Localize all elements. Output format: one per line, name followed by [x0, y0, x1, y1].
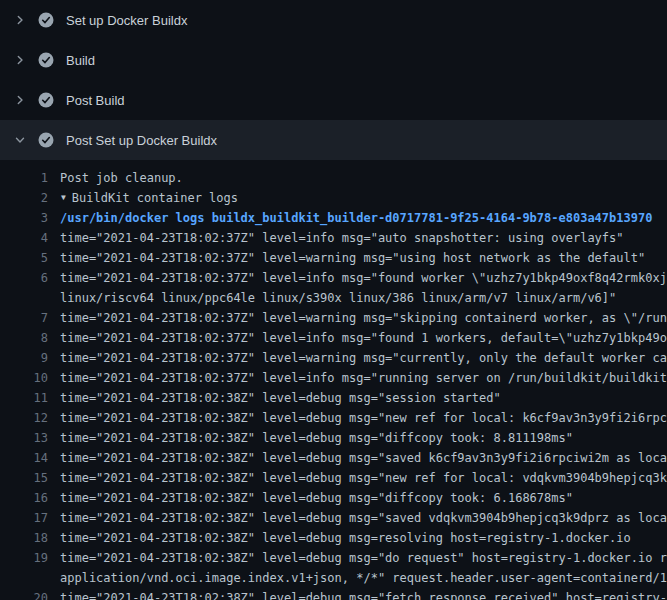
- line-number[interactable]: 7: [0, 308, 48, 328]
- chevron-icon[interactable]: [12, 12, 28, 28]
- log-text: time="2021-04-23T18:02:37Z" level=info m…: [60, 368, 667, 388]
- log-text: BuildKit container logs: [72, 188, 667, 208]
- step-post-set-up-docker-buildx[interactable]: Post Set up Docker Buildx: [0, 120, 667, 160]
- line-number[interactable]: 8: [0, 328, 48, 348]
- log-line: 7 ▼ time="2021-04-23T18:02:37Z" level=wa…: [0, 308, 667, 328]
- log-line: ▼ application/vnd.oci.image.index.v1+jso…: [0, 568, 667, 588]
- steps-list: Set up Docker Buildx Build P: [0, 0, 667, 160]
- line-number[interactable]: 10: [0, 368, 48, 388]
- log-line: 5 ▼ time="2021-04-23T18:02:37Z" level=wa…: [0, 248, 667, 268]
- line-number[interactable]: 11: [0, 388, 48, 408]
- log-text: time="2021-04-23T18:02:38Z" level=debug …: [60, 508, 667, 528]
- log-line: 4 ▼ time="2021-04-23T18:02:37Z" level=in…: [0, 228, 667, 248]
- line-number[interactable]: 5: [0, 248, 48, 268]
- line-number[interactable]: 1: [0, 168, 48, 188]
- log-line: 15 ▼ time="2021-04-23T18:02:38Z" level=d…: [0, 468, 667, 488]
- step-post-build[interactable]: Post Build: [0, 80, 667, 120]
- log-text: time="2021-04-23T18:02:37Z" level=warnin…: [60, 308, 667, 328]
- log-line: 6 ▼ time="2021-04-23T18:02:37Z" level=in…: [0, 268, 667, 288]
- line-number[interactable]: 16: [0, 488, 48, 508]
- log-line: 9 ▼ time="2021-04-23T18:02:37Z" level=wa…: [0, 348, 667, 368]
- log-line: 10 ▼ time="2021-04-23T18:02:37Z" level=i…: [0, 368, 667, 388]
- log-text: time="2021-04-23T18:02:38Z" level=debug …: [60, 448, 667, 468]
- log-text: time="2021-04-23T18:02:37Z" level=info m…: [60, 328, 667, 348]
- actions-log-viewer: Set up Docker Buildx Build P: [0, 0, 667, 600]
- log-text: time="2021-04-23T18:02:38Z" level=debug …: [60, 588, 667, 600]
- log-text: time="2021-04-23T18:02:37Z" level=warnin…: [60, 348, 667, 368]
- line-number[interactable]: 3: [0, 208, 48, 228]
- log-line: 2 ▼ BuildKit container logs: [0, 188, 667, 208]
- step-label: Post Build: [66, 94, 125, 107]
- line-number[interactable]: 19: [0, 548, 48, 568]
- line-number[interactable]: 13: [0, 428, 48, 448]
- line-number[interactable]: 15: [0, 468, 48, 488]
- line-number[interactable]: 20: [0, 588, 48, 600]
- log-line: 18 ▼ time="2021-04-23T18:02:38Z" level=d…: [0, 528, 667, 548]
- log-line: 8 ▼ time="2021-04-23T18:02:37Z" level=in…: [0, 328, 667, 348]
- log-line: 12 ▼ time="2021-04-23T18:02:38Z" level=d…: [0, 408, 667, 428]
- log-line: 19 ▼ time="2021-04-23T18:02:38Z" level=d…: [0, 548, 667, 568]
- log-line: 14 ▼ time="2021-04-23T18:02:38Z" level=d…: [0, 448, 667, 468]
- check-circle-icon: [38, 12, 54, 28]
- line-number[interactable]: 9: [0, 348, 48, 368]
- log-line: 11 ▼ time="2021-04-23T18:02:38Z" level=d…: [0, 388, 667, 408]
- log-text: time="2021-04-23T18:02:38Z" level=debug …: [60, 548, 667, 568]
- log-line: ▼ linux/riscv64 linux/ppc64le linux/s390…: [0, 288, 667, 308]
- log-text: time="2021-04-23T18:02:38Z" level=debug …: [60, 408, 667, 428]
- step-label: Set up Docker Buildx: [66, 14, 187, 27]
- line-number[interactable]: 2: [0, 188, 48, 208]
- step-label: Build: [66, 54, 95, 67]
- log-text: linux/riscv64 linux/ppc64le linux/s390x …: [60, 288, 667, 308]
- check-circle-icon: [38, 132, 54, 148]
- step-set-up-docker-buildx[interactable]: Set up Docker Buildx: [0, 0, 667, 40]
- log-text: /usr/bin/docker logs buildx_buildkit_bui…: [60, 208, 667, 228]
- log-text: Post job cleanup.: [60, 168, 667, 188]
- chevron-icon[interactable]: [12, 132, 28, 148]
- chevron-icon[interactable]: [12, 92, 28, 108]
- log-text: time="2021-04-23T18:02:37Z" level=warnin…: [60, 248, 667, 268]
- check-circle-icon: [38, 92, 54, 108]
- line-number[interactable]: 17: [0, 508, 48, 528]
- log-text: time="2021-04-23T18:02:38Z" level=debug …: [60, 428, 667, 448]
- log-text: time="2021-04-23T18:02:38Z" level=debug …: [60, 528, 667, 548]
- log-line: 16 ▼ time="2021-04-23T18:02:38Z" level=d…: [0, 488, 667, 508]
- log-line: 1 ▼ Post job cleanup.: [0, 168, 667, 188]
- step-build[interactable]: Build: [0, 40, 667, 80]
- log-text: time="2021-04-23T18:02:37Z" level=info m…: [60, 228, 667, 248]
- log-text: application/vnd.oci.image.index.v1+json,…: [60, 568, 667, 588]
- log-text: time="2021-04-23T18:02:37Z" level=info m…: [60, 268, 667, 288]
- log-text: time="2021-04-23T18:02:38Z" level=debug …: [60, 468, 667, 488]
- log-group-caret-icon[interactable]: ▼: [61, 188, 66, 208]
- chevron-icon[interactable]: [12, 52, 28, 68]
- line-number[interactable]: [0, 288, 48, 308]
- log-line: 3 ▼ /usr/bin/docker logs buildx_buildkit…: [0, 208, 667, 228]
- log-text: time="2021-04-23T18:02:38Z" level=debug …: [60, 388, 667, 408]
- line-number[interactable]: 6: [0, 268, 48, 288]
- log-line: 13 ▼ time="2021-04-23T18:02:38Z" level=d…: [0, 428, 667, 448]
- line-number[interactable]: 12: [0, 408, 48, 428]
- log-line: 17 ▼ time="2021-04-23T18:02:38Z" level=d…: [0, 508, 667, 528]
- line-number[interactable]: 4: [0, 228, 48, 248]
- line-number[interactable]: 14: [0, 448, 48, 468]
- log-line: 20 ▼ time="2021-04-23T18:02:38Z" level=d…: [0, 588, 667, 600]
- step-label: Post Set up Docker Buildx: [66, 134, 217, 147]
- log-container[interactable]: 1 ▼ Post job cleanup. 2 ▼ BuildKit conta…: [0, 160, 667, 600]
- check-circle-icon: [38, 52, 54, 68]
- line-number[interactable]: [0, 568, 48, 588]
- log-text: time="2021-04-23T18:02:38Z" level=debug …: [60, 488, 667, 508]
- line-number[interactable]: 18: [0, 528, 48, 548]
